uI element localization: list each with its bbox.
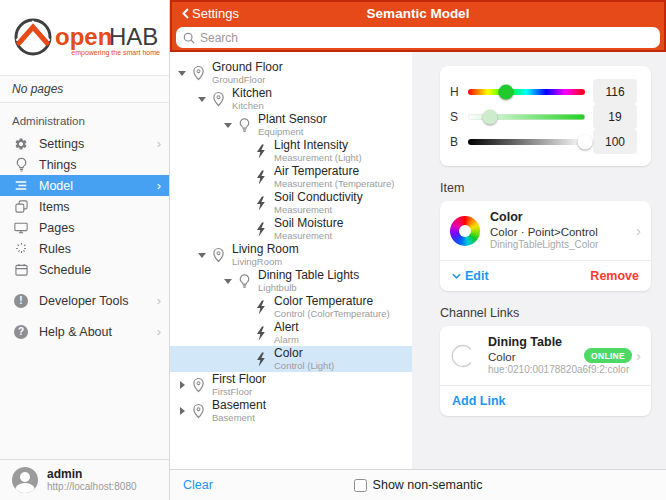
sidebar-item-pages[interactable]: Pages — [0, 217, 169, 238]
tree-node-subtitle: Alarm — [274, 334, 299, 345]
point-bolt-icon — [250, 196, 270, 211]
hue-slider-knob[interactable] — [498, 84, 513, 99]
location-pin-icon — [208, 91, 228, 107]
tree-node-title: Kitchen — [232, 87, 272, 100]
sidebar-item-rules[interactable]: Rules — [0, 238, 169, 259]
remove-button[interactable]: Remove — [590, 269, 639, 283]
sidebar-item-label: Pages — [39, 221, 161, 235]
sidebar-item-label: Rules — [39, 242, 161, 256]
sidebar-item-label: Developer Tools — [39, 294, 157, 308]
tree-node-kitchen[interactable]: KitchenKitchen — [170, 86, 412, 112]
chevron-left-icon — [182, 8, 189, 19]
saturation-slider-label: S — [450, 110, 464, 124]
expand-arrow-icon[interactable] — [196, 97, 208, 102]
tree-node-subtitle: Kitchen — [232, 100, 272, 111]
sidebar-item-settings[interactable]: Settings › — [0, 133, 169, 154]
expand-arrow-icon[interactable] — [222, 279, 234, 284]
tree-node-subtitle: Measurement (Light) — [274, 152, 362, 163]
brightness-slider-track[interactable] — [468, 139, 585, 145]
developer-tools-icon: ! — [13, 293, 29, 309]
tree-node-title: Ground Floor — [212, 61, 283, 74]
model-tree-icon — [13, 178, 29, 194]
saturation-slider-knob[interactable] — [483, 109, 498, 124]
location-pin-icon — [188, 377, 208, 393]
sidebar-item-label: Model — [39, 179, 157, 193]
point-bolt-icon — [250, 352, 270, 367]
gear-icon — [13, 136, 29, 152]
bottom-toolbar: Clear Show non-semantic — [170, 469, 666, 500]
brightness-value-box[interactable]: 100 — [593, 129, 637, 154]
chevron-right-icon: › — [636, 222, 641, 239]
sidebar-item-developer-tools[interactable]: ! Developer Tools › — [0, 290, 169, 311]
search-icon — [183, 32, 195, 44]
tree-node-title: Soil Conductivity — [274, 191, 363, 204]
sidebar-item-items[interactable]: Items — [0, 196, 169, 217]
details-panel: H 116 S 19 B 100 Item — [412, 52, 666, 469]
clear-button[interactable]: Clear — [183, 478, 213, 492]
account-area[interactable]: admin http://localhost:8080 — [0, 459, 169, 500]
tree-node-living-room[interactable]: Living RoomLivingRoom — [170, 242, 412, 268]
brightness-slider-label: B — [450, 135, 464, 149]
edit-button-label: Edit — [465, 269, 489, 283]
channel-link-row[interactable]: Dining Table Color hue:0210:00178820a6f9… — [440, 326, 651, 385]
tree-node-light-intensity[interactable]: Light IntensityMeasurement (Light) — [170, 138, 412, 164]
location-pin-icon — [188, 65, 208, 81]
expand-arrow-icon[interactable] — [196, 253, 208, 258]
content-area: Ground FloorGroundFloor KitchenKitchen P… — [170, 52, 666, 469]
collapse-arrow-icon[interactable] — [176, 381, 188, 389]
saturation-value-box[interactable]: 19 — [593, 104, 637, 129]
expand-arrow-icon[interactable] — [222, 123, 234, 128]
svg-text:HAB: HAB — [109, 23, 158, 50]
sidebar-item-help-about[interactable]: ? Help & About › — [0, 321, 169, 342]
collapse-arrow-icon[interactable] — [176, 407, 188, 415]
tree-node-alert[interactable]: AlertAlarm — [170, 320, 412, 346]
tree-node-subtitle: Control (Light) — [274, 360, 334, 371]
edit-button[interactable]: Edit — [452, 269, 489, 283]
brightness-slider-knob[interactable] — [578, 134, 593, 149]
tree-node-color-temperature[interactable]: Color TemperatureControl (ColorTemperatu… — [170, 294, 412, 320]
item-row[interactable]: Color Color · Point>Control DiningTableL… — [440, 201, 651, 260]
tree-node-first-floor[interactable]: First FloorFirstFloor — [170, 372, 412, 398]
tree-node-plant-sensor[interactable]: Plant SensorEquipment — [170, 112, 412, 138]
tree-node-ground-floor[interactable]: Ground FloorGroundFloor — [170, 60, 412, 86]
openhab-logo: open HAB empowering the smart home — [0, 0, 169, 76]
search-input[interactable] — [200, 31, 653, 45]
hue-value-box[interactable]: 116 — [593, 79, 637, 104]
pages-display-icon — [13, 220, 29, 236]
channel-links-card: Dining Table Color hue:0210:00178820a6f9… — [440, 326, 651, 416]
item-title: Color — [490, 210, 632, 225]
top-header: Semantic Model Settings — [170, 0, 666, 52]
account-username: admin — [47, 467, 137, 481]
add-link-button[interactable]: Add Link — [452, 394, 505, 408]
svg-text:open: open — [55, 23, 112, 50]
expand-arrow-icon[interactable] — [176, 71, 188, 76]
search-bar — [176, 27, 660, 48]
svg-text:empowering the smart home: empowering the smart home — [71, 49, 160, 57]
tree-node-title: Dining Table Lights — [258, 269, 359, 282]
sidebar-item-things[interactable]: Things — [0, 154, 169, 175]
tree-node-basement[interactable]: BasementBasement — [170, 398, 412, 424]
saturation-slider-track[interactable] — [468, 114, 585, 120]
page-title: Semantic Model — [174, 6, 662, 21]
hue-slider-track[interactable] — [468, 89, 585, 95]
tree-node-title: Basement — [212, 399, 266, 412]
semantic-model-tree: Ground FloorGroundFloor KitchenKitchen P… — [170, 52, 412, 469]
location-pin-icon — [208, 247, 228, 263]
tree-node-subtitle: Measurement — [274, 204, 363, 215]
administration-section-label: Administration — [0, 109, 169, 133]
sidebar-item-schedule[interactable]: Schedule — [0, 259, 169, 280]
tree-node-soil-moisture[interactable]: Soil MoistureMeasurement — [170, 216, 412, 242]
items-copy-icon — [13, 199, 29, 215]
show-non-semantic-toggle[interactable]: Show non-semantic — [354, 478, 483, 492]
tree-node-color-selected[interactable]: ColorControl (Light) — [170, 346, 412, 372]
sidebar-item-label: Items — [39, 200, 161, 214]
show-non-semantic-checkbox[interactable] — [354, 479, 367, 492]
sidebar-item-label: Settings — [39, 137, 157, 151]
tree-node-air-temperature[interactable]: Air TemperatureMeasurement (Temperature) — [170, 164, 412, 190]
tree-node-title: Plant Sensor — [258, 113, 327, 126]
tree-node-soil-conductivity[interactable]: Soil ConductivityMeasurement — [170, 190, 412, 216]
tree-node-subtitle: LivingRoom — [232, 256, 299, 267]
tree-node-dining-table-lights[interactable]: Dining Table LightsLightbulb — [170, 268, 412, 294]
back-to-settings-button[interactable]: Settings — [182, 6, 239, 21]
sidebar-item-model[interactable]: Model › — [0, 175, 169, 196]
